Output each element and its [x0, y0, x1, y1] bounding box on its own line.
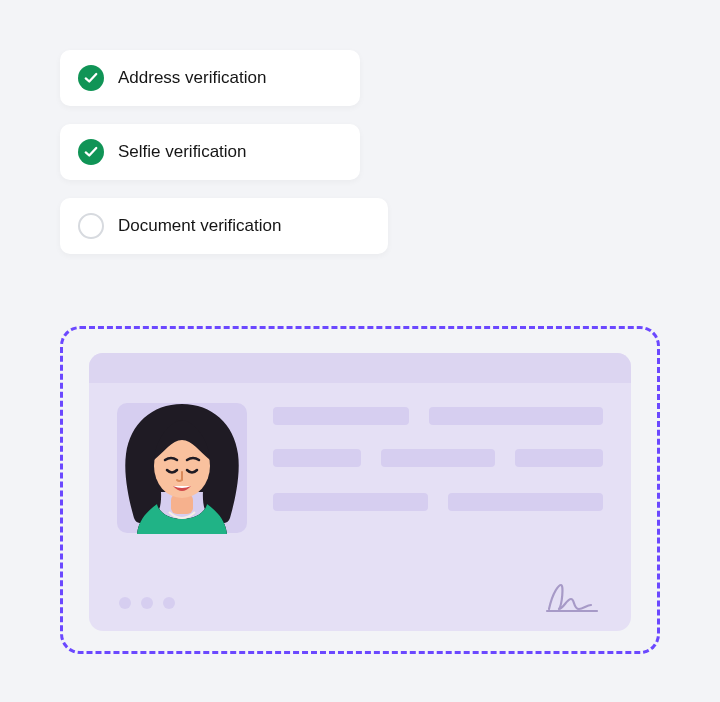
- step-label: Selfie verification: [118, 142, 247, 162]
- id-card-preview: [89, 353, 631, 631]
- id-field-placeholder: [429, 407, 603, 425]
- id-field-placeholder: [273, 407, 409, 425]
- empty-circle-icon: [78, 213, 104, 239]
- id-field-placeholder: [273, 449, 361, 467]
- id-card-header-strip: [89, 353, 631, 383]
- dot-icon: [119, 597, 131, 609]
- id-field-placeholder: [448, 493, 603, 511]
- check-icon: [78, 65, 104, 91]
- signature-icon: [543, 579, 607, 617]
- id-field-placeholder: [273, 493, 428, 511]
- step-label: Address verification: [118, 68, 266, 88]
- dot-icon: [163, 597, 175, 609]
- id-card-body: [89, 383, 631, 631]
- verification-steps-list: Address verification Selfie verification…: [60, 50, 388, 254]
- id-field-placeholder: [515, 449, 603, 467]
- dot-icon: [141, 597, 153, 609]
- avatar-illustration: [97, 386, 267, 556]
- step-label: Document verification: [118, 216, 281, 236]
- document-upload-dropzone[interactable]: [60, 326, 660, 654]
- step-address-verification[interactable]: Address verification: [60, 50, 360, 106]
- id-field-placeholder: [381, 449, 494, 467]
- check-icon: [78, 139, 104, 165]
- step-selfie-verification[interactable]: Selfie verification: [60, 124, 360, 180]
- id-card-dots: [119, 597, 175, 609]
- step-document-verification[interactable]: Document verification: [60, 198, 388, 254]
- id-photo: [117, 403, 247, 533]
